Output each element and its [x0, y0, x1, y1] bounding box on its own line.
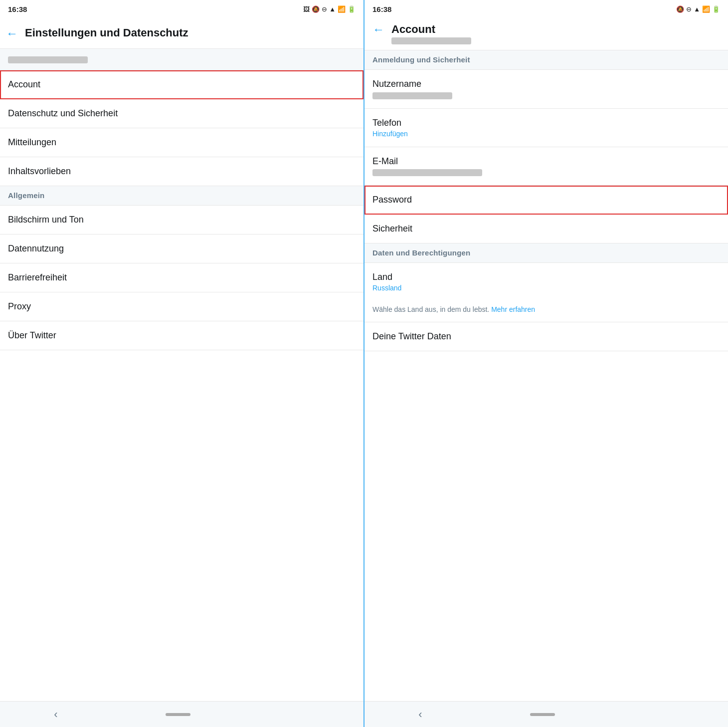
telefon-label: Telefon — [372, 118, 720, 128]
twitter-daten-label: Deine Twitter Daten — [372, 331, 720, 342]
mehr-erfahren-link[interactable]: Mehr erfahren — [491, 305, 535, 313]
account-username-item[interactable] — [0, 49, 364, 70]
bottom-nav-left: ‹ — [0, 701, 364, 727]
status-time-right: 16:38 — [372, 5, 391, 13]
land-value: Russland — [372, 284, 720, 292]
image-icon: 🖼 — [303, 5, 310, 13]
datennutzung-menu-item[interactable]: Datennutzung — [0, 235, 364, 263]
proxy-menu-item[interactable]: Proxy — [0, 292, 364, 321]
barrierefreiheit-label: Barrierefreiheit — [8, 272, 67, 282]
allgemein-label: Allgemein — [8, 191, 44, 200]
daten-label: Daten und Berechtigungen — [372, 248, 470, 257]
anmeldung-label: Anmeldung und Sicherheit — [372, 55, 470, 64]
datennutzung-label: Datennutzung — [8, 243, 64, 253]
email-value — [372, 168, 720, 176]
email-item[interactable]: E-Mail — [364, 147, 728, 186]
password-item[interactable]: Password — [364, 186, 728, 215]
telefon-value: Hinzufügen — [372, 130, 720, 138]
minus-circle-icon-right: ⊖ — [686, 5, 692, 13]
daten-section-header: Daten und Berechtigungen — [364, 243, 728, 263]
home-indicator-right — [530, 713, 555, 716]
sicherheit-item[interactable]: Sicherheit — [364, 215, 728, 243]
back-nav-btn-right[interactable]: ‹ — [418, 708, 422, 721]
nutzername-item[interactable]: Nutzername — [364, 70, 728, 108]
signal-icon-right: 📶 — [702, 5, 710, 13]
username-blurred-left — [8, 56, 88, 63]
sicherheit-label: Sicherheit — [372, 224, 720, 234]
status-bar-left: 16:38 🖼 🔕 ⊖ ▲ 📶 🔋 — [0, 0, 364, 18]
telefon-item[interactable]: Telefon Hinzufügen — [364, 109, 728, 147]
bell-muted-icon-right: 🔕 — [676, 5, 684, 13]
datenschutz-label: Datenschutz und Sicherheit — [8, 108, 118, 118]
bell-muted-icon: 🔕 — [312, 5, 320, 13]
allgemein-section-header: Allgemein — [0, 186, 364, 206]
datenschutz-menu-item[interactable]: Datenschutz und Sicherheit — [0, 99, 364, 128]
back-button-left[interactable]: ← — [6, 27, 18, 39]
wifi-icon: ▲ — [329, 5, 336, 13]
header-left: ← Einstellungen und Datenschutz — [0, 18, 364, 49]
mitteilungen-label: Mitteilungen — [8, 137, 56, 147]
page-title-left: Einstellungen und Datenschutz — [25, 26, 188, 39]
account-menu-item[interactable]: Account — [0, 70, 364, 99]
wifi-icon-right: ▲ — [694, 5, 700, 13]
status-icons-left: 🖼 🔕 ⊖ ▲ 📶 🔋 — [303, 5, 356, 13]
back-nav-btn-left[interactable]: ‹ — [54, 708, 57, 721]
inhaltsvorlieben-menu-item[interactable]: Inhaltsvorlieben — [0, 157, 364, 186]
email-blurred — [372, 169, 482, 176]
land-label: Land — [372, 272, 720, 282]
left-panel: 16:38 🖼 🔕 ⊖ ▲ 📶 🔋 ← Einstellungen und Da… — [0, 0, 364, 727]
country-note-text: Wähle das Land aus, in dem du lebst. — [372, 305, 491, 313]
header-row-right: ← Account — [372, 23, 720, 36]
bottom-nav-right: ‹ — [364, 701, 728, 727]
nutzername-blurred — [372, 92, 452, 99]
battery-icon: 🔋 — [348, 5, 356, 13]
minus-circle-icon: ⊖ — [322, 5, 327, 13]
ueber-twitter-menu-item[interactable]: Über Twitter — [0, 321, 364, 350]
proxy-label: Proxy — [8, 301, 31, 311]
status-icons-right: 🔕 ⊖ ▲ 📶 🔋 — [676, 5, 720, 13]
header-username-blurred — [391, 37, 471, 44]
battery-icon-right: 🔋 — [712, 5, 720, 13]
twitter-daten-item[interactable]: Deine Twitter Daten — [364, 322, 728, 351]
account-label: Account — [8, 79, 40, 89]
right-panel: 16:38 🔕 ⊖ ▲ 📶 🔋 ← Account Anmeldung und … — [364, 0, 728, 727]
anmeldung-section-header: Anmeldung und Sicherheit — [364, 50, 728, 70]
country-note: Wähle das Land aus, in dem du lebst. Meh… — [364, 301, 728, 322]
header-right: ← Account — [364, 18, 728, 50]
back-button-right[interactable]: ← — [372, 23, 384, 35]
ueber-twitter-label: Über Twitter — [8, 330, 56, 340]
header-username-right — [372, 36, 471, 45]
land-item[interactable]: Land Russland — [364, 263, 728, 301]
home-indicator-left — [166, 713, 190, 716]
nutzername-label: Nutzername — [372, 79, 720, 89]
barrierefreiheit-menu-item[interactable]: Barrierefreiheit — [0, 263, 364, 292]
password-label: Password — [372, 195, 720, 205]
status-time-left: 16:38 — [8, 5, 27, 13]
mitteilungen-menu-item[interactable]: Mitteilungen — [0, 128, 364, 157]
status-bar-right: 16:38 🔕 ⊖ ▲ 📶 🔋 — [364, 0, 728, 18]
signal-icon: 📶 — [338, 5, 346, 13]
bildschirm-menu-item[interactable]: Bildschirm und Ton — [0, 206, 364, 235]
nutzername-value — [372, 91, 720, 99]
page-title-right: Account — [391, 23, 435, 36]
email-label: E-Mail — [372, 156, 720, 167]
inhaltsvorlieben-label: Inhaltsvorlieben — [8, 166, 71, 176]
bildschirm-label: Bildschirm und Ton — [8, 215, 84, 225]
header-title-block-left: Einstellungen und Datenschutz — [25, 26, 188, 39]
